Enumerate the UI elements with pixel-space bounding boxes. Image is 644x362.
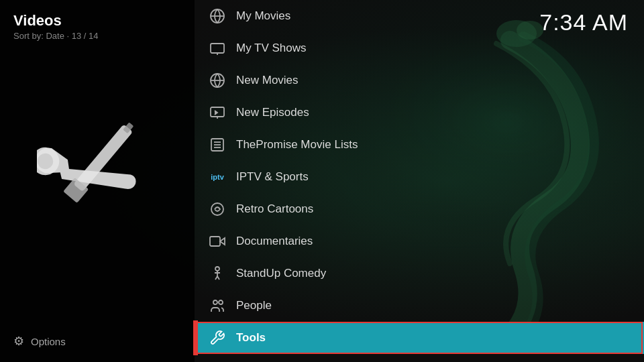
left-panel: Videos Sort by: Date · 13 / 14 ⚙ Options — [0, 0, 195, 362]
menu-item-promise[interactable]: ThePromise Movie Lists — [195, 129, 644, 161]
retro-icon — [208, 200, 227, 219]
left-header: Videos Sort by: Date · 13 / 14 — [0, 0, 195, 45]
menu-item-my-tv-shows[interactable]: My TV Shows — [195, 32, 644, 64]
menu-item-label-iptv: IPTV & Sports — [236, 170, 309, 184]
menu-item-new-episodes[interactable]: New Episodes — [195, 97, 644, 129]
menu-item-search[interactable]: Search — [195, 354, 644, 362]
options-icon: ⚙ — [13, 334, 24, 349]
menu-item-retro[interactable]: Retro Cartoons — [195, 193, 644, 225]
svg-rect-22 — [210, 237, 220, 246]
options-label: Options — [31, 336, 66, 347]
menu-item-label-my-tv-shows: My TV Shows — [236, 42, 307, 55]
menu-item-iptv[interactable]: iptvIPTV & Sports — [195, 161, 644, 193]
menu-item-label-new-episodes: New Episodes — [236, 106, 309, 119]
menu-item-label-documentaries: Documentaries — [236, 235, 313, 248]
tv-icon — [208, 39, 227, 58]
menu-item-people[interactable]: People — [195, 290, 644, 322]
svg-point-25 — [219, 300, 223, 304]
svg-rect-9 — [211, 44, 224, 53]
svg-point-23 — [215, 267, 219, 271]
left-footer[interactable]: ⚙ Options — [0, 324, 195, 362]
menu-item-label-promise: ThePromise Movie Lists — [236, 138, 358, 152]
menu-item-label-new-movies: New Movies — [236, 74, 299, 87]
screen-icon — [208, 103, 227, 122]
tools-icon — [208, 328, 227, 347]
menu-item-label-standup: StandUp Comedy — [236, 267, 326, 280]
menu-item-new-movies[interactable]: New Movies — [195, 64, 644, 97]
menu-item-label-people: People — [236, 299, 272, 312]
svg-point-21 — [211, 203, 223, 215]
page-title: Videos — [13, 12, 181, 29]
globe-icon — [208, 7, 227, 25]
menu-item-label-tools: Tools — [236, 331, 266, 345]
tools-large-icon — [37, 105, 158, 225]
menu-item-documentaries[interactable]: Documentaries — [195, 225, 644, 257]
menu-item-label-retro: Retro Cartoons — [236, 202, 313, 216]
svg-point-24 — [213, 300, 217, 304]
standup-icon — [208, 264, 227, 283]
sort-info: Sort by: Date · 13 / 14 — [13, 31, 181, 41]
iptv-icon: iptv — [208, 168, 227, 186]
menu-item-label-my-movies: My Movies — [236, 9, 290, 23]
camera-icon — [208, 232, 227, 251]
icon-area — [0, 45, 195, 324]
list-icon — [208, 135, 227, 154]
time-display: 7:34 AM — [539, 9, 628, 36]
menu-item-standup[interactable]: StandUp Comedy — [195, 257, 644, 290]
menu-item-tools[interactable]: Tools — [195, 322, 644, 354]
people-icon — [208, 296, 227, 315]
menu-panel: My Movies My TV Shows New Movies New Epi… — [195, 0, 644, 362]
globe-icon — [208, 71, 227, 90]
